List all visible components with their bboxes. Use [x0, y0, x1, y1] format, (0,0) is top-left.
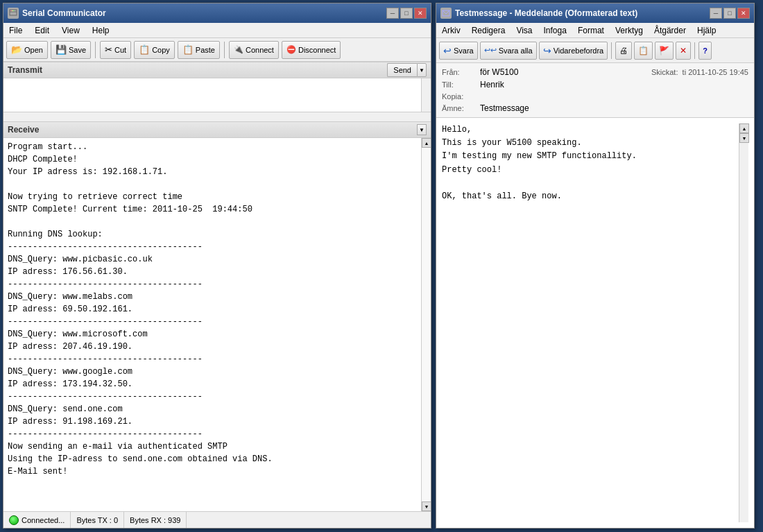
email-flag-button[interactable]: 🚩	[655, 42, 674, 60]
svara-alla-button[interactable]: Svara alla	[480, 42, 537, 60]
email-menu-format[interactable]: Format	[575, 25, 607, 36]
svg-point-4	[13, 10, 15, 12]
maximize-button[interactable]: □	[400, 8, 413, 19]
bytes-rx-segment: Bytes RX : 939	[124, 512, 187, 528]
email-title-left: Testmessage - Meddelande (Oformaterad te…	[440, 8, 637, 19]
disconnect-icon	[286, 45, 296, 54]
menu-edit[interactable]: Edit	[32, 25, 52, 36]
transmit-h-scrollbar[interactable]	[3, 112, 431, 121]
email-toolbar-separator-1	[611, 42, 612, 59]
email-menu-hjalp[interactable]: Hjälp	[694, 25, 719, 36]
subject-value: Testmessage	[480, 103, 529, 113]
connection-status-segment: Connected...	[3, 512, 71, 528]
send-button[interactable]: Send	[387, 63, 417, 77]
scroll-down-button[interactable]: ▼	[422, 501, 431, 511]
scroll-up-button[interactable]: ▲	[422, 138, 431, 148]
print-icon	[619, 46, 628, 55]
cut-icon	[105, 44, 112, 55]
bytes-rx-text: Bytes RX : 939	[130, 516, 180, 524]
transmit-input[interactable]	[3, 78, 431, 103]
email-scrollbar[interactable]: ▲ ▼	[739, 123, 748, 522]
email-menu-verktyg[interactable]: Verktyg	[612, 25, 646, 36]
svara-button[interactable]: Svara	[439, 42, 478, 60]
serial-title-bar: Serial Communicator ─ □ ✕	[3, 3, 431, 23]
serial-toolbar: Open Save Cut Copy Paste Connect Disconn…	[3, 38, 431, 62]
email-maximize-button[interactable]: □	[723, 8, 736, 19]
open-icon	[11, 44, 22, 55]
save-button[interactable]: Save	[51, 41, 91, 59]
serial-communicator-window: Serial Communicator ─ □ ✕ File Edit View…	[3, 3, 431, 529]
flag-icon: 🚩	[659, 46, 669, 55]
transmit-scrollbar[interactable]	[421, 78, 431, 112]
receive-dropdown-button[interactable]: ▼	[417, 124, 427, 135]
email-minimize-button[interactable]: ─	[710, 8, 722, 19]
email-copy-icon: 📋	[638, 46, 649, 55]
to-value: Henrik	[480, 80, 504, 89]
cut-button[interactable]: Cut	[100, 41, 131, 59]
toolbar-separator-1	[95, 42, 96, 58]
email-menu-atgarder[interactable]: Åtgärder	[651, 25, 689, 36]
transmit-header: Transmit Send ▼	[3, 62, 431, 78]
email-subject-row: Ämne: Testmessage	[442, 102, 748, 114]
menu-file[interactable]: File	[6, 25, 25, 36]
email-window-controls: ─ □ ✕	[710, 8, 750, 19]
email-title-bar: Testmessage - Meddelande (Oformaterad te…	[436, 3, 754, 23]
email-scroll-up-button[interactable]: ▲	[739, 123, 749, 133]
email-menu-infoga[interactable]: Infoga	[541, 25, 569, 36]
transmit-label: Transmit	[8, 65, 42, 75]
print-button[interactable]	[615, 42, 632, 60]
sent-label: Skickat: ti 2011-10-25 19:45	[651, 68, 748, 76]
email-app-icon	[440, 8, 452, 19]
receive-header: Receive ▼	[3, 121, 431, 138]
connect-button[interactable]: Connect	[229, 41, 279, 59]
connection-status-text: Connected...	[22, 516, 65, 524]
email-help-button[interactable]	[698, 42, 712, 60]
transmit-area: Transmit Send ▼	[3, 62, 431, 121]
connect-icon	[234, 45, 243, 54]
to-label: Till:	[442, 80, 480, 89]
email-copy-button[interactable]: 📋	[634, 42, 653, 60]
subject-label: Ämne:	[442, 104, 480, 112]
serial-title-text: Serial Communicator	[22, 8, 106, 18]
email-menu-arkiv[interactable]: Arkiv	[439, 25, 463, 36]
email-menu-bar: Arkiv Redigera Visa Infoga Format Verkty…	[436, 23, 754, 38]
open-button[interactable]: Open	[6, 41, 48, 59]
menu-help[interactable]: Help	[89, 25, 112, 36]
serial-menu-bar: File Edit View Help	[3, 23, 431, 38]
email-body: Hello, This is your W5100 speaking. I'm …	[436, 118, 754, 528]
from-label: Från:	[442, 68, 480, 76]
email-from-row: Från: för W5100 Skickat: ti 2011-10-25 1…	[442, 66, 748, 78]
email-header-area: Från: för W5100 Skickat: ti 2011-10-25 1…	[436, 63, 754, 118]
bytes-tx-text: Bytes TX : 0	[76, 516, 118, 524]
receive-content: Program start... DHCP Complete! Your IP …	[3, 138, 431, 511]
email-title-text: Testmessage - Meddelande (Oformaterad te…	[455, 8, 637, 18]
email-scroll-down-button[interactable]: ▼	[739, 133, 749, 143]
close-button[interactable]: ✕	[414, 8, 427, 19]
serial-app-icon	[8, 8, 19, 19]
email-cc-row: Kopia:	[442, 91, 748, 102]
paste-button[interactable]: Paste	[178, 41, 220, 59]
email-menu-visa[interactable]: Visa	[513, 25, 535, 36]
scroll-track[interactable]	[422, 148, 431, 501]
email-to-row: Till: Henrik	[442, 78, 748, 91]
reply-icon	[443, 45, 452, 56]
email-menu-redigera[interactable]: Redigera	[469, 25, 508, 36]
vidarebefordra-button[interactable]: Vidarebefordra	[539, 42, 608, 60]
toolbar-separator-2	[224, 42, 225, 58]
cc-label: Kopia:	[442, 92, 480, 101]
transmit-input-area	[3, 78, 431, 112]
email-close-button[interactable]: ✕	[737, 8, 750, 19]
receive-scrollbar[interactable]: ▲ ▼	[421, 138, 431, 511]
send-dropdown-button[interactable]: ▼	[417, 63, 427, 77]
email-delete-button[interactable]	[676, 42, 691, 60]
bytes-tx-segment: Bytes TX : 0	[71, 512, 124, 528]
minimize-button[interactable]: ─	[386, 8, 399, 19]
menu-view[interactable]: View	[59, 25, 83, 36]
copy-icon	[139, 44, 150, 55]
paste-icon	[182, 44, 194, 55]
delete-icon	[680, 46, 687, 55]
copy-button[interactable]: Copy	[134, 41, 175, 59]
email-toolbar: Svara Svara alla Vidarebefordra 📋 🚩	[436, 38, 754, 63]
serial-window-controls: ─ □ ✕	[386, 8, 427, 19]
disconnect-button[interactable]: Disconnect	[282, 41, 341, 59]
